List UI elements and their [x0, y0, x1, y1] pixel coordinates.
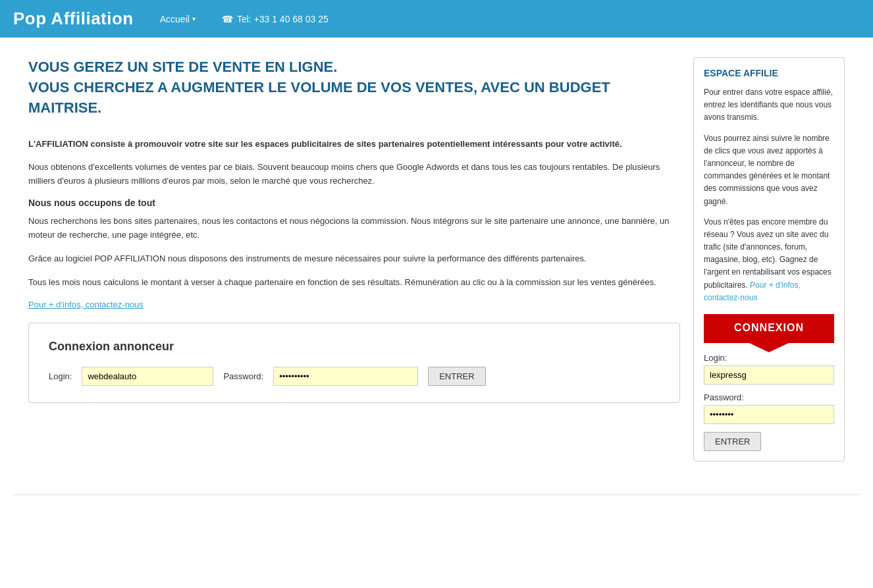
para4-text: Tous les mois nous calculons le montant …: [28, 276, 680, 290]
adv-entrer-button[interactable]: ENTRER: [428, 367, 485, 386]
sidebar-text3: Vous n'êtes pas encore membre du réseau …: [704, 216, 834, 304]
para3-text: Grâce au logiciel POP AFFILIATION nous d…: [28, 252, 680, 266]
sidebar-login-label: Login:: [704, 353, 834, 363]
adv-password-label: Password:: [223, 371, 263, 381]
espace-affilie-title: ESPACE AFFILIE: [704, 68, 834, 78]
intro-text: L'AFFILIATION consiste à promouvoir votr…: [28, 138, 680, 151]
para2-text: Nous recherchons les bons sites partenai…: [28, 215, 680, 242]
sidebar-login-input[interactable]: [704, 365, 834, 385]
sidebar-password-label: Password:: [704, 392, 834, 402]
header: Pop Affiliation Accueil ▾ ☎ Tel: +33 1 4…: [0, 0, 873, 38]
para1-text: Nous obtenons d'excellents volumes de ve…: [28, 161, 680, 188]
sidebar-password-input[interactable]: [704, 405, 834, 424]
adv-login-input[interactable]: [82, 367, 213, 386]
adv-password-input[interactable]: [273, 367, 418, 386]
phone-number: Tel: +33 1 40 68 03 25: [237, 14, 329, 24]
footer-divider: [13, 494, 860, 495]
content-area: VOUS GEREZ UN SITE DE VENTE EN LIGNE. VO…: [28, 57, 680, 462]
nav-accueil[interactable]: Accueil ▾: [160, 14, 196, 24]
accueil-label: Accueil: [160, 14, 190, 24]
advertiser-login-box: Connexion annonceur Login: Password: ENT…: [28, 323, 680, 403]
site-logo: Pop Affiliation: [13, 9, 134, 29]
connexion-button[interactable]: CONNEXION: [704, 314, 834, 343]
sidebar-entrer-button[interactable]: ENTRER: [704, 432, 761, 451]
connexion-btn-wrapper: CONNEXION: [704, 314, 834, 343]
advertiser-box-title: Connexion annonceur: [49, 340, 660, 354]
chevron-down-icon: ▾: [192, 15, 196, 22]
sidebar: ESPACE AFFILIE Pour entrer dans votre es…: [693, 57, 845, 462]
section-title: Nous nous occupons de tout: [28, 198, 680, 208]
contact-link-main[interactable]: Pour + d'infos, contactez-nous: [28, 300, 680, 309]
main-content: VOUS GEREZ UN SITE DE VENTE EN LIGNE. VO…: [15, 38, 858, 475]
hero-title: VOUS GEREZ UN SITE DE VENTE EN LIGNE. VO…: [28, 57, 680, 118]
sidebar-text2: Vous pourrez ainsi suivre le nombre de c…: [704, 132, 834, 208]
phone-info: ☎ Tel: +33 1 40 68 03 25: [222, 14, 329, 24]
espace-affilie-box: ESPACE AFFILIE Pour entrer dans votre es…: [693, 57, 845, 462]
phone-icon: ☎: [222, 14, 233, 24]
sidebar-text1: Pour entrer dans votre espace affilié, e…: [704, 86, 834, 124]
adv-login-label: Login:: [49, 371, 72, 381]
advertiser-form-row: Login: Password: ENTRER: [49, 367, 660, 386]
